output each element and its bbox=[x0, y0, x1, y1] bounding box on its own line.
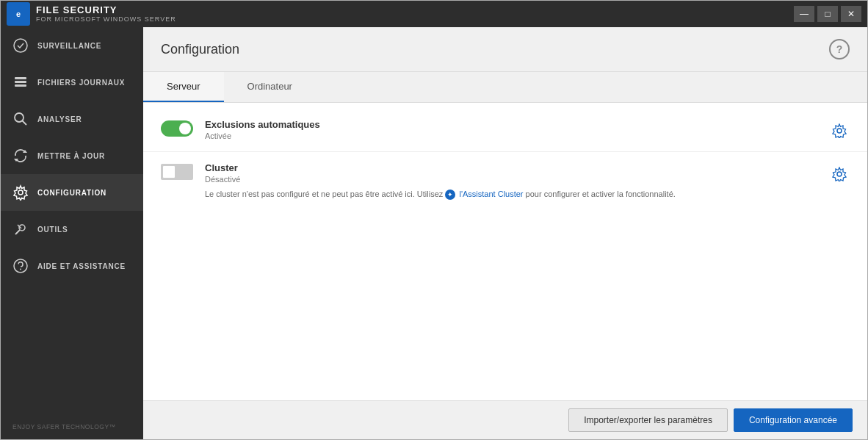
sidebar-label-aide: AIDE ET ASSISTANCE bbox=[37, 262, 126, 270]
svg-point-4 bbox=[15, 113, 23, 122]
sidebar-footer: ENJOY SAFER TECHNOLOGY™ bbox=[1, 414, 143, 439]
sidebar-item-aide[interactable]: AIDE ET ASSISTANCE bbox=[1, 248, 143, 284]
toggle-exclusions[interactable] bbox=[161, 120, 193, 137]
sidebar-label-fichiers: FICHIERS JOURNAUX bbox=[37, 79, 125, 87]
product-name: FILE SECURITY bbox=[36, 4, 176, 16]
app-window: e FILE SECURITY FOR MICROSOFT WINDOWS SE… bbox=[0, 0, 868, 440]
svg-point-12 bbox=[14, 259, 27, 273]
question-icon bbox=[12, 258, 29, 274]
setting-status-exclusions: Activée bbox=[205, 131, 829, 140]
svg-rect-3 bbox=[15, 84, 26, 87]
setting-title-exclusions: Exclusions automatiques bbox=[205, 119, 829, 130]
tabs: Serveur Ordinateur bbox=[143, 72, 867, 103]
setting-status-cluster: Désactivé bbox=[205, 175, 829, 184]
gear-button-exclusions[interactable] bbox=[829, 120, 850, 141]
help-button[interactable]: ? bbox=[829, 39, 850, 59]
setting-row-cluster: Cluster Désactivé Le cluster n'est pas c… bbox=[143, 152, 867, 211]
gear-button-cluster[interactable] bbox=[829, 164, 850, 184]
sidebar-label-configuration: CONFIGURATION bbox=[37, 189, 106, 197]
sidebar-item-fichiers-journaux[interactable]: FICHIERS JOURNAUX bbox=[1, 64, 143, 101]
sidebar-item-surveillance[interactable]: SURVEILLANCE bbox=[1, 27, 143, 64]
import-export-button[interactable]: Importer/exporter les paramètres bbox=[568, 408, 728, 432]
gear-icon bbox=[12, 184, 29, 201]
toggle-cluster[interactable] bbox=[161, 164, 193, 180]
sidebar-item-analyser[interactable]: ANALYSER bbox=[1, 101, 143, 137]
svg-line-9 bbox=[15, 230, 20, 234]
product-subtitle: FOR MICROSOFT WINDOWS SERVER bbox=[36, 15, 176, 24]
tab-serveur[interactable]: Serveur bbox=[143, 72, 224, 102]
sidebar-label-outils: OUTILS bbox=[37, 226, 68, 234]
svg-rect-1 bbox=[15, 77, 26, 79]
content-footer: Importer/exporter les paramètres Configu… bbox=[143, 400, 867, 439]
titlebar: e FILE SECURITY FOR MICROSOFT WINDOWS SE… bbox=[1, 1, 867, 27]
cluster-desc-before: Le cluster n'est pas configuré et ne peu… bbox=[205, 190, 443, 198]
sidebar-item-configuration[interactable]: CONFIGURATION bbox=[1, 174, 143, 211]
setting-info-exclusions: Exclusions automatiques Activée bbox=[205, 119, 829, 140]
svg-point-15 bbox=[837, 172, 842, 176]
setting-desc-cluster: Le cluster n'est pas configuré et ne peu… bbox=[205, 188, 829, 201]
sidebar: SURVEILLANCE FICHIERS JOURNAUX bbox=[1, 27, 143, 439]
check-circle-icon bbox=[12, 37, 29, 54]
main-layout: SURVEILLANCE FICHIERS JOURNAUX bbox=[1, 27, 867, 439]
toggle-off-cluster bbox=[161, 164, 193, 180]
svg-rect-2 bbox=[15, 81, 26, 83]
list-icon bbox=[12, 74, 29, 90]
svg-line-5 bbox=[23, 121, 27, 126]
tab-ordinateur[interactable]: Ordinateur bbox=[224, 72, 316, 102]
search-icon bbox=[12, 111, 29, 127]
close-button[interactable]: ✕ bbox=[841, 6, 861, 22]
advanced-config-button[interactable]: Configuration avancée bbox=[734, 408, 853, 432]
svg-point-14 bbox=[837, 129, 842, 133]
maximize-button[interactable]: □ bbox=[817, 6, 838, 22]
toggle-on-exclusions bbox=[161, 120, 193, 137]
window-controls: — □ ✕ bbox=[794, 6, 861, 22]
svg-point-0 bbox=[14, 39, 27, 52]
logo: e FILE SECURITY FOR MICROSOFT WINDOWS SE… bbox=[7, 2, 176, 26]
sidebar-item-outils[interactable]: OUTILS bbox=[1, 211, 143, 248]
sidebar-item-mettre-a-jour[interactable]: METTRE À JOUR bbox=[1, 137, 143, 174]
content-body: Exclusions automatiques Activée bbox=[143, 103, 867, 400]
content-header: Configuration ? bbox=[143, 27, 867, 72]
cluster-assistant-link[interactable]: l'Assistant Cluster bbox=[459, 190, 523, 198]
svg-point-13 bbox=[20, 269, 21, 270]
content-area: Configuration ? Serveur Ordinateur Exclu… bbox=[143, 27, 867, 439]
tools-icon bbox=[12, 221, 29, 237]
cluster-desc-after: pour configurer et activer la fonctionna… bbox=[526, 190, 676, 198]
logo-icon: e bbox=[7, 2, 30, 26]
setting-title-cluster: Cluster bbox=[205, 162, 829, 173]
minimize-button[interactable]: — bbox=[794, 6, 814, 22]
svg-point-8 bbox=[18, 190, 23, 195]
sidebar-label-analyser: ANALYSER bbox=[37, 115, 82, 123]
setting-row-exclusions: Exclusions automatiques Activée bbox=[143, 109, 867, 152]
cluster-link-icon: ✦ bbox=[445, 190, 455, 200]
sidebar-label-mettre-a-jour: METTRE À JOUR bbox=[37, 152, 105, 160]
refresh-icon bbox=[12, 148, 29, 164]
setting-info-cluster: Cluster Désactivé Le cluster n'est pas c… bbox=[205, 162, 829, 201]
sidebar-label-surveillance: SURVEILLANCE bbox=[37, 42, 101, 50]
page-title: Configuration bbox=[161, 42, 239, 57]
